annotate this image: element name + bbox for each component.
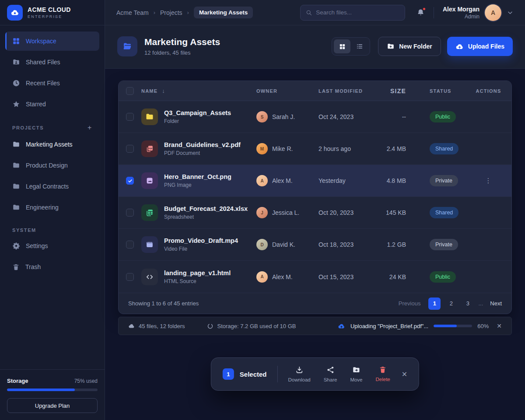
delete-button[interactable]: Delete [376,366,390,382]
share-button[interactable]: Share [324,366,337,382]
new-folder-button[interactable]: New Folder [378,37,441,56]
row-checkbox[interactable] [126,113,134,121]
select-all-checkbox[interactable] [126,87,134,95]
column-modified[interactable]: LAST MODIFIED [318,88,385,94]
upload-files-button[interactable]: Upload Files [447,37,513,56]
projects-header-label: PROJECTS [12,125,44,130]
action-bar-divider [277,366,278,382]
file-name: Promo_Video_Draft.mp4 [164,237,238,244]
delete-label: Delete [376,377,390,382]
sidebar-item-label: Settings [26,242,48,249]
files-summary: 45 files, 12 folders [128,323,185,329]
search-bar[interactable] [300,5,405,21]
user-menu[interactable]: Alex Morgan Admin A [443,4,514,21]
avatar: A [256,271,268,283]
brand-tier: ENTERPRISE [28,14,71,19]
table-row[interactable]: Promo_Video_Draft.mp4 Video File D David… [119,229,511,261]
storage-used-label: 75% used [74,378,98,384]
storage-ring-icon [207,323,214,329]
row-checkbox[interactable] [126,241,134,248]
row-checkbox-checked[interactable] [126,177,134,185]
sidebar-project-product-design[interactable]: Product Design [5,156,99,175]
selected-count-badge: 1 [223,368,234,380]
sidebar-project-engineering[interactable]: Engineering [5,198,99,217]
breadcrumb-acme-team[interactable]: Acme Team [116,9,149,16]
upload-percent-label: 60% [477,323,489,329]
move-button[interactable]: Move [350,366,362,382]
sidebar-item-shared-files[interactable]: Shared Files [5,52,99,72]
page-button-2[interactable]: 2 [445,298,457,310]
star-icon [12,100,20,108]
grid-icon [12,37,20,45]
dismiss-upload-icon[interactable]: ✕ [497,322,502,329]
owner-name: Alex M. [272,177,293,184]
close-selection-icon[interactable]: ✕ [402,370,407,378]
sort-down-icon[interactable]: ↓ [162,88,165,94]
table-row[interactable]: Q3_Campaign_Assets Folder S Sarah J. Oct… [119,101,511,133]
file-type: Spreadsheet [164,214,248,220]
column-actions: ACTIONS [466,88,511,94]
breadcrumb-projects[interactable]: Projects [160,9,182,16]
sidebar-item-label: Shared Files [26,59,60,66]
row-actions-kebab-icon[interactable]: ⋮ [485,177,492,184]
cloud-icon [128,323,135,329]
row-checkbox[interactable] [126,145,134,153]
last-modified: Oct 20, 2023 [318,209,385,216]
table-row[interactable]: landing_page_v1.html HTML Source A Alex … [119,261,511,293]
row-checkbox[interactable] [126,273,134,281]
table-row[interactable]: PDF Brand_Guidelines_v2.pdf PDF Document… [119,133,511,165]
page-header: Marketing Assets 12 folders, 45 files Ne… [105,25,525,68]
avatar: J [256,207,268,218]
grid-view-button[interactable] [334,39,350,53]
add-project-button[interactable]: + [88,124,92,131]
page-button-1[interactable]: 1 [428,298,441,310]
column-name[interactable]: NAME [141,88,158,94]
download-button[interactable]: Download [288,366,311,382]
folder-icon [12,182,20,190]
status-badge: Public [430,271,456,283]
table-row[interactable]: Budget_Forecast_2024.xlsx Spreadsheet J … [119,197,511,229]
cloud-logo-icon [7,5,23,21]
list-view-button[interactable] [351,39,368,53]
file-table: NAME ↓ OWNER LAST MODIFIED SIZE STATUS A… [118,80,512,314]
sidebar-project-legal-contracts[interactable]: Legal Contracts [5,177,99,196]
next-page-button[interactable]: Next [490,300,502,307]
column-owner[interactable]: OWNER [256,88,318,94]
owner-name: David K. [272,241,295,248]
file-name: Q3_Campaign_Assets [164,109,231,116]
clock-icon [12,79,20,87]
download-label: Download [288,377,311,382]
search-input[interactable] [316,9,399,16]
file-type: Folder [164,118,231,124]
sidebar-item-workspace[interactable]: Workspace [5,32,99,51]
sidebar-item-recent-files[interactable]: Recent Files [5,74,99,93]
share-label: Share [324,377,337,382]
file-name: Hero_Banner_Oct.png [164,173,231,180]
column-status[interactable]: STATUS [417,88,466,94]
upgrade-plan-button[interactable]: Upgrade Plan [7,398,98,413]
status-badge: Public [430,111,456,122]
status-badge: Shared [430,143,458,154]
column-size[interactable]: SIZE [385,88,417,94]
status-bar: 45 files, 12 folders Storage: 7.2 GB use… [118,317,512,335]
sidebar-item-label: Workspace [26,38,56,45]
table-row-selected[interactable]: Hero_Banner_Oct.png PNG Image A Alex M. … [119,165,511,197]
share-icon [326,366,335,374]
avatar: M [256,143,268,154]
file-name: landing_page_v1.html [164,270,231,276]
row-checkbox[interactable] [126,209,134,217]
sidebar-project-marketing-assets[interactable]: Marketing Assets [5,135,99,154]
sidebar-item-settings[interactable]: Settings [5,236,99,256]
notifications-button[interactable] [416,8,425,17]
search-icon [306,9,312,16]
sidebar-item-starred[interactable]: Starred [5,94,99,114]
avatar: D [256,239,268,250]
topbar: Acme Team › Projects › Marketing Assets … [105,0,525,25]
page-button-3[interactable]: 3 [462,298,474,310]
delete-trash-icon [379,366,387,374]
chevron-down-icon[interactable] [507,9,514,16]
video-file-icon [141,236,158,253]
sidebar-item-trash[interactable]: Trash [5,257,99,276]
avatar: A [485,4,501,21]
previous-page-button[interactable]: Previous [399,300,421,307]
